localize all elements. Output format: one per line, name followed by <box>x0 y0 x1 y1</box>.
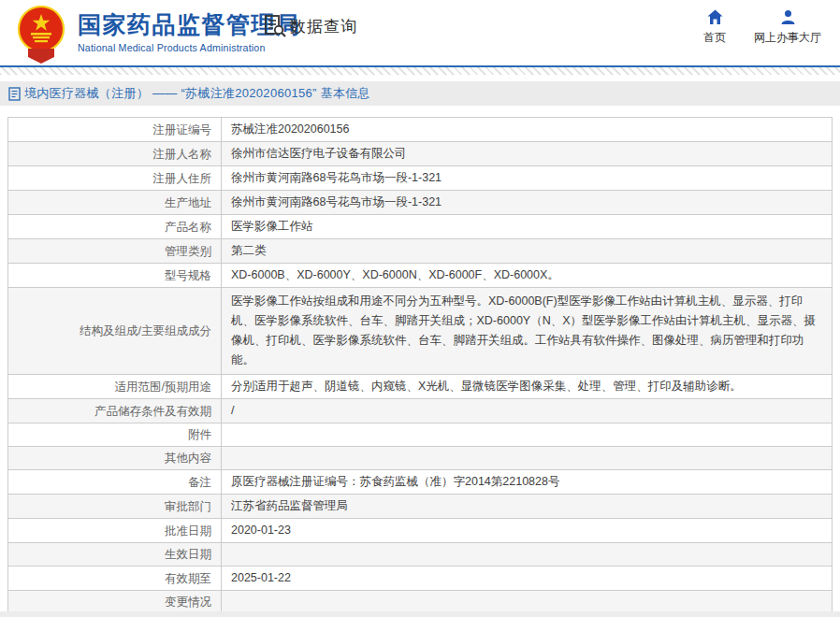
row-value: 江苏省药品监督管理局 <box>222 495 833 519</box>
hatch-divider <box>0 67 840 75</box>
row-value: / <box>222 399 833 423</box>
top-nav: 首页 网上办事大厅 <box>703 9 821 46</box>
row-value: 2025-01-22 <box>222 567 833 591</box>
row-label-text: 审批部门 <box>165 500 211 513</box>
row-label-text: 注册人名称 <box>153 148 212 161</box>
row-value <box>222 591 833 614</box>
table-row: 其他内容 <box>8 447 833 470</box>
row-label: 备注 <box>8 470 222 495</box>
row-label-text: 备注 <box>188 476 211 489</box>
page-icon <box>8 87 21 101</box>
row-label: 型号规格 <box>8 264 222 288</box>
row-label: 注册人名称 <box>8 142 222 166</box>
row-label-text: 适用范围/预期用途 <box>115 380 211 394</box>
row-value: 苏械注准20202060156 <box>222 118 833 142</box>
row-label: 审批部门 <box>8 495 222 519</box>
row-value: XD-6000B、XD-6000Y、XD-6000N、XD-6000F、XD-6… <box>222 264 833 288</box>
home-icon <box>707 9 723 25</box>
row-label: 结构及组成/主要组成成分 <box>8 288 222 375</box>
row-label-text: 变更情况 <box>165 595 211 609</box>
row-value: 徐州市信达医疗电子设备有限公司 <box>222 142 833 166</box>
table-row: 有效期至2025-01-22 <box>8 567 833 591</box>
document-search-icon <box>263 14 287 38</box>
row-value: 2020-01-23 <box>222 519 833 543</box>
table-row: 附件 <box>8 423 833 447</box>
breadcrumb-text: 境内医疗器械（注册） —— “苏械注准20202060156” 基本信息 <box>24 85 370 102</box>
table-row: 备注原医疗器械注册证编号：苏食药监械（准）字2014第2210828号 <box>8 470 833 495</box>
row-label-text: 生产地址 <box>165 196 211 209</box>
row-label: 注册证编号 <box>8 118 222 142</box>
row-label-text: 其他内容 <box>165 452 211 465</box>
table-row: 生产地址徐州市黄河南路68号花鸟市场一段-1-321 <box>8 191 833 215</box>
header: 国家药品监督管理局 National Medical Products Admi… <box>0 0 840 67</box>
nav-service-hall[interactable]: 网上办事大厅 <box>754 9 821 46</box>
table-row: 适用范围/预期用途分别适用于超声、阴道镜、内窥镜、X光机、显微镜医学图像采集、处… <box>8 375 833 399</box>
row-value <box>222 543 833 567</box>
row-label-text: 注册证编号 <box>153 123 212 136</box>
row-label: 产品名称 <box>8 215 222 239</box>
table-row: 变更情况 <box>8 591 833 614</box>
row-value: 原医疗器械注册证编号：苏食药监械（准）字2014第2210828号 <box>222 470 833 495</box>
nav-home-label: 首页 <box>703 30 726 46</box>
row-label: 其他内容 <box>8 447 222 470</box>
breadcrumb: 境内医疗器械（注册） —— “苏械注准20202060156” 基本信息 <box>0 81 840 106</box>
row-label: 适用范围/预期用途 <box>8 375 222 399</box>
row-label: 有效期至 <box>8 567 222 591</box>
nav-home[interactable]: 首页 <box>703 9 726 46</box>
table-row: 生效日期 <box>8 543 833 567</box>
row-value: 徐州市黄河南路68号花鸟市场一段-1-321 <box>222 166 833 191</box>
row-value: 分别适用于超声、阴道镜、内窥镜、X光机、显微镜医学图像采集、处理、管理、打印及辅… <box>222 375 833 399</box>
row-label-text: 附件 <box>188 428 211 441</box>
table-row: 产品名称医学影像工作站 <box>8 215 833 239</box>
row-label-text: 产品储存条件及有效期 <box>94 405 211 418</box>
registration-info: 注册证编号苏械注准20202060156注册人名称徐州市信达医疗电子设备有限公司… <box>7 117 833 617</box>
row-value: 徐州市黄河南路68号花鸟市场一段-1-321 <box>222 191 833 215</box>
table-row: 批准日期2020-01-23 <box>8 519 833 543</box>
national-emblem-icon <box>15 6 67 64</box>
row-label-text: 型号规格 <box>165 269 211 282</box>
row-label-text: 结构及组成/主要组成成分 <box>80 324 211 337</box>
footer-strip <box>0 611 840 617</box>
row-label: 管理类别 <box>8 239 222 264</box>
row-value: 医学影像工作站 <box>222 215 833 239</box>
person-icon <box>780 9 796 25</box>
row-label-text: 生效日期 <box>165 548 211 561</box>
data-query-label: 数据查询 <box>290 16 357 37</box>
row-label-text: 注册人住所 <box>153 172 212 185</box>
nav-service-hall-label: 网上办事大厅 <box>754 30 821 46</box>
org-name-en: National Medical Products Administration <box>78 42 301 53</box>
row-label: 变更情况 <box>8 591 222 614</box>
row-value <box>222 447 833 470</box>
row-label: 生产地址 <box>8 191 222 215</box>
registration-info-table: 注册证编号苏械注准20202060156注册人名称徐州市信达医疗电子设备有限公司… <box>7 117 833 617</box>
row-label: 批准日期 <box>8 519 222 543</box>
table-row: 结构及组成/主要组成成分医学影像工作站按组成和用途不同分为五种型号。XD-600… <box>8 288 833 375</box>
row-label-text: 产品名称 <box>165 221 211 234</box>
row-value <box>222 423 833 447</box>
brand: 国家药品监督管理局 National Medical Products Admi… <box>15 6 301 64</box>
row-label: 产品储存条件及有效期 <box>8 399 222 423</box>
table-row: 注册人名称徐州市信达医疗电子设备有限公司 <box>8 142 833 166</box>
table-row: 产品储存条件及有效期/ <box>8 399 833 423</box>
row-label-text: 批准日期 <box>165 524 211 538</box>
row-label: 生效日期 <box>8 543 222 567</box>
table-row: 注册证编号苏械注准20202060156 <box>8 118 833 142</box>
row-label: 注册人住所 <box>8 166 222 191</box>
row-value: 第二类 <box>222 239 833 264</box>
data-query-section: 数据查询 <box>263 14 357 38</box>
page: 国家药品监督管理局 National Medical Products Admi… <box>0 0 840 617</box>
row-label-text: 有效期至 <box>165 572 211 585</box>
table-row: 型号规格XD-6000B、XD-6000Y、XD-6000N、XD-6000F、… <box>8 264 833 288</box>
row-value: 医学影像工作站按组成和用途不同分为五种型号。XD-6000B(F)型医学影像工作… <box>222 288 833 375</box>
table-row: 审批部门江苏省药品监督管理局 <box>8 495 833 519</box>
row-label: 附件 <box>8 423 222 447</box>
row-label-text: 管理类别 <box>165 245 211 258</box>
table-row: 注册人住所徐州市黄河南路68号花鸟市场一段-1-321 <box>8 166 833 191</box>
table-row: 管理类别第二类 <box>8 239 833 264</box>
